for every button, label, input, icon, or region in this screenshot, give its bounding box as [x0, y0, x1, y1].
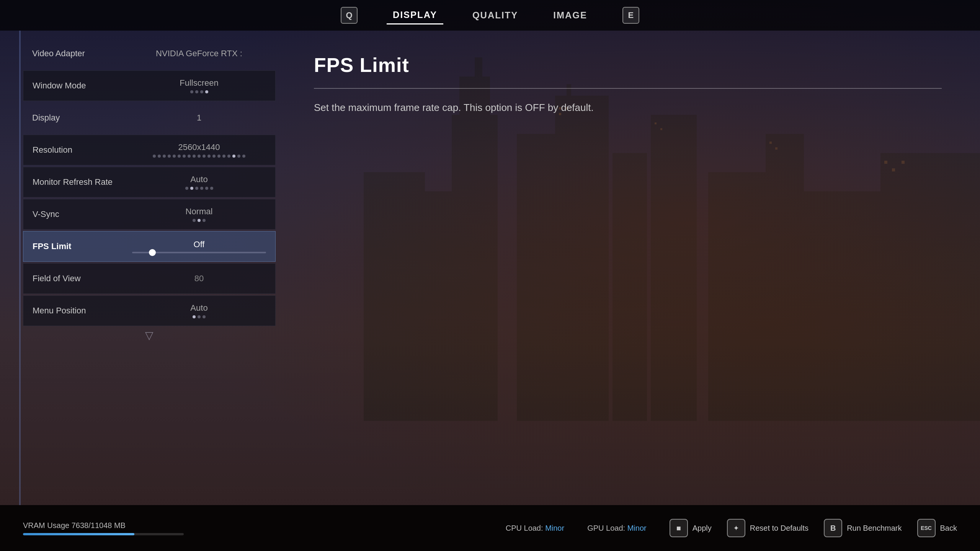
cpu-load-value: Minor — [545, 524, 564, 532]
setting-row-menu-position[interactable]: Menu Position Auto — [23, 295, 276, 326]
gpu-load-label: GPU Load: — [587, 524, 625, 532]
reset-icon: ✦ — [727, 519, 745, 537]
back-icon: ESC — [917, 519, 936, 537]
setting-value-vsync: Normal — [186, 207, 213, 217]
setting-value-area-monitor-refresh-rate: Auto — [132, 174, 266, 190]
dot — [178, 155, 181, 158]
dot — [242, 155, 245, 158]
dot — [185, 187, 188, 190]
setting-row-display[interactable]: Display 1 — [23, 103, 276, 133]
setting-label-resolution: Resolution — [33, 145, 132, 155]
setting-value-menu-position: Auto — [190, 303, 207, 313]
dot — [190, 90, 193, 93]
dot — [188, 155, 191, 158]
fps-slider-thumb — [149, 249, 156, 256]
cpu-load-label: CPU Load: — [506, 524, 543, 532]
setting-row-fps-limit[interactable]: FPS Limit Off — [23, 231, 276, 262]
dot — [210, 187, 213, 190]
setting-value-area-fps-limit: Off — [132, 240, 266, 253]
fps-limit-slider[interactable] — [132, 252, 266, 253]
dot — [203, 315, 206, 318]
prev-key-badge: Q — [341, 7, 358, 24]
top-nav: Q DISPLAY QUALITY IMAGE E — [0, 0, 980, 31]
scroll-down-indicator: ▽ — [23, 329, 276, 342]
nav-tab-next[interactable]: E — [616, 4, 645, 27]
apply-label: Apply — [693, 524, 712, 533]
dot — [222, 155, 225, 158]
benchmark-label: Run Benchmark — [847, 524, 902, 533]
left-accent-bar — [19, 31, 21, 505]
back-button[interactable]: ESC Back — [917, 519, 957, 537]
setting-label-vsync: V-Sync — [33, 209, 132, 219]
dot — [198, 155, 201, 158]
dot-filled — [198, 219, 201, 222]
dot — [153, 155, 156, 158]
setting-row-field-of-view[interactable]: Field of View 80 — [23, 263, 276, 294]
vram-section: VRAM Usage 7638/11048 MB — [23, 521, 506, 535]
description-panel: FPS Limit Set the maximum frame rate cap… — [276, 31, 980, 505]
vram-bar — [23, 533, 184, 535]
dot — [163, 155, 166, 158]
load-section: CPU Load: Minor GPU Load: Minor — [506, 524, 647, 533]
dot-filled — [193, 315, 196, 318]
nav-tab-display[interactable]: DISPLAY — [387, 7, 443, 24]
dot — [200, 90, 203, 93]
action-buttons: ■ Apply ✦ Reset to Defaults B Run Benchm… — [670, 519, 957, 537]
back-label: Back — [940, 524, 957, 533]
setting-label-monitor-refresh-rate: Monitor Refresh Rate — [33, 177, 132, 187]
nav-tab-quality-label: QUALITY — [472, 10, 518, 21]
setting-value-area-resolution: 980x551 — [132, 142, 266, 158]
gpu-load-item: GPU Load: Minor — [587, 524, 647, 533]
dot — [205, 187, 208, 190]
dot-filled — [190, 187, 193, 190]
dot — [200, 187, 203, 190]
setting-value-display: 1 — [197, 113, 201, 123]
setting-value-area-menu-position: Auto — [132, 303, 266, 318]
nav-tab-display-label: DISPLAY — [393, 10, 437, 20]
description-divider — [314, 88, 942, 89]
cpu-load-item: CPU Load: Minor — [506, 524, 564, 533]
vram-fill — [23, 533, 134, 535]
dot — [203, 219, 206, 222]
resolution-dots — [153, 155, 245, 158]
setting-row-monitor-refresh-rate[interactable]: Monitor Refresh Rate Auto — [23, 167, 276, 197]
setting-value-area-video-adapter: NVIDIA GeForce RTX : — [132, 49, 266, 59]
setting-value-resolution: 980x551 — [178, 142, 220, 152]
setting-value-area-window-mode: Fullscreen — [132, 78, 266, 93]
setting-row-vsync[interactable]: V-Sync Normal — [23, 199, 276, 230]
setting-value-fps-limit: Off — [194, 240, 205, 249]
dot — [237, 155, 240, 158]
vsync-dots — [193, 219, 206, 222]
setting-label-display: Display — [32, 113, 132, 123]
main-content: Video Adapter NVIDIA GeForce RTX : Windo… — [0, 31, 980, 505]
reset-label: Reset to Defaults — [750, 524, 808, 533]
setting-label-field-of-view: Field of View — [33, 274, 132, 284]
setting-row-resolution[interactable]: Resolution 980x551 — [23, 135, 276, 165]
reset-button[interactable]: ✦ Reset to Defaults — [727, 519, 808, 537]
dot — [183, 155, 186, 158]
nav-tab-image[interactable]: IMAGE — [547, 7, 593, 24]
nav-tab-quality[interactable]: QUALITY — [466, 7, 524, 24]
setting-value-field-of-view: 80 — [194, 274, 204, 284]
setting-label-menu-position: Menu Position — [33, 306, 132, 316]
dot-filled — [232, 155, 235, 158]
fps-slider-track — [132, 252, 266, 253]
setting-row-window-mode[interactable]: Window Mode Fullscreen — [23, 70, 276, 101]
nav-tab-prev[interactable]: Q — [335, 4, 364, 27]
dot — [203, 155, 206, 158]
vram-usage-label: VRAM Usage 7638/11048 MB — [23, 521, 506, 530]
menu-position-dots — [193, 315, 206, 318]
setting-value-area-vsync: Normal — [132, 207, 266, 222]
next-key-badge: E — [622, 7, 639, 24]
benchmark-button[interactable]: B Run Benchmark — [824, 519, 902, 537]
setting-label-window-mode: Window Mode — [33, 81, 132, 91]
dot — [212, 155, 216, 158]
dot — [195, 187, 198, 190]
dot — [173, 155, 176, 158]
dot — [193, 155, 196, 158]
setting-row-video-adapter[interactable]: Video Adapter NVIDIA GeForce RTX : — [23, 38, 276, 69]
nav-tab-image-label: IMAGE — [553, 10, 587, 21]
bottom-bar: VRAM Usage 7638/11048 MB CPU Load: Minor… — [0, 505, 980, 551]
apply-button[interactable]: ■ Apply — [670, 519, 712, 537]
dot — [193, 219, 196, 222]
